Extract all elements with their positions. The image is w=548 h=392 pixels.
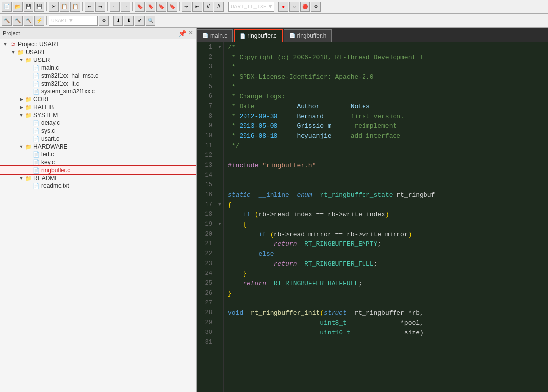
expander-core[interactable]: ▶ (18, 96, 25, 103)
expander-usart[interactable]: ▼ (10, 49, 17, 56)
tree-item-delay-c[interactable]: 📄 delay.c (0, 119, 196, 127)
tree-item-system-c[interactable]: 📄 system_stm32f1xx.c (0, 88, 196, 95)
uncomment-btn[interactable]: // (214, 2, 224, 12)
settings-btn[interactable]: ⚙ (311, 2, 321, 12)
line-num-22: 22 (201, 249, 212, 259)
collapse-30 (216, 328, 223, 337)
tree-label: README (33, 175, 59, 181)
tree-label: sys.c (41, 127, 55, 134)
line-num-18: 18 (201, 210, 212, 219)
target-config-btn[interactable]: ⚙ (99, 16, 109, 26)
pin-icon[interactable]: 📌 (178, 30, 186, 37)
tree-item-key-c[interactable]: 📄 key.c (0, 158, 196, 166)
bookmark4-btn[interactable]: 🔖 (167, 2, 177, 12)
copy-btn[interactable]: 📋 (60, 2, 69, 12)
code-content[interactable]: /* * Copyright (c) 2006-2018, RT-Thread … (224, 42, 548, 392)
code-token (228, 241, 274, 248)
flash-btn[interactable]: ⬇ (113, 16, 123, 26)
line-num-4: 4 (201, 72, 212, 82)
code-line-8: * 2012-09-30 Bernard first version. (228, 111, 544, 121)
tree-item-readme[interactable]: ▼ 📁 README (0, 174, 196, 182)
tree-item-hal-msp[interactable]: 📄 stm32f1xx_hal_msp.c (0, 72, 196, 80)
build2-btn[interactable]: 🔨 (13, 16, 23, 26)
run-btn[interactable]: ● (278, 2, 288, 12)
code-line-29: uint8_t *pool, (228, 318, 544, 328)
tab-ringbuffer-h[interactable]: 📄 ringbuffer.h (284, 29, 332, 42)
new-btn[interactable]: 📄 (2, 2, 12, 12)
redo-btn[interactable]: ↪ (95, 2, 105, 12)
expander-hardware[interactable]: ▼ (18, 143, 25, 150)
code-token: * (228, 113, 239, 120)
flash4-btn[interactable]: 🔍 (146, 16, 155, 26)
file-icon: 📄 (32, 120, 40, 126)
flash2-btn[interactable]: ⬇ (124, 16, 134, 26)
debug-btn[interactable]: 🔴 (300, 2, 310, 12)
project-panel-header: Project 📌 ✕ (0, 28, 196, 39)
line-num-29: 29 (201, 318, 212, 328)
unindent-btn[interactable]: ⇤ (192, 2, 202, 12)
project-name: UART_IT_TXE (231, 4, 267, 10)
save-all-btn[interactable]: 💾 (34, 2, 44, 12)
tree-item-usart[interactable]: ▼ 📁 USART (0, 48, 196, 56)
collapse-19[interactable]: ▼ (216, 219, 223, 229)
bookmark-btn[interactable]: 🔖 (135, 2, 145, 12)
save-btn[interactable]: 💾 (24, 2, 33, 12)
code-token: uint16_t (320, 329, 350, 336)
code-token: ; (373, 260, 377, 268)
build4-btn[interactable]: ⚡ (34, 16, 44, 26)
tab-bar: 📄 main.c 📄 ringbuffer.c 📄 ringbuffer.h (197, 28, 548, 42)
target-dropdown[interactable]: USART ▼ (49, 16, 98, 26)
comment-btn[interactable]: // (203, 2, 213, 12)
tree-item-main-c[interactable]: 📄 main.c (0, 64, 196, 72)
tree-item-it-c[interactable]: 📄 stm32f1xx_it.c (0, 80, 196, 88)
flash3-btn[interactable]: ✔ (135, 16, 145, 26)
line-num-5: 5 (201, 82, 212, 91)
collapse-1[interactable]: ▼ (216, 42, 223, 52)
code-line-9: * 2013-05-08 Grissio m reimplement (228, 121, 544, 131)
tree-item-led-c[interactable]: 📄 led.c (0, 151, 196, 158)
project-dropdown[interactable]: UART_IT_TXE ▼ (228, 2, 274, 12)
tree-label: Project: USART (18, 41, 59, 48)
open-btn[interactable]: 📂 (13, 2, 23, 12)
tree-item-hardware[interactable]: ▼ 📁 HARDWARE (0, 143, 196, 151)
tree-item-usart-c[interactable]: 📄 usart.c (0, 135, 196, 143)
expander-root[interactable]: ▼ (2, 41, 9, 48)
code-token: enum (297, 191, 312, 199)
tree-item-ringbuffer-c[interactable]: 📄 ringbuffer.c (0, 166, 196, 174)
expander-system[interactable]: ▼ (18, 112, 25, 119)
panel-close-icon[interactable]: ✕ (188, 30, 193, 37)
tab-main-c[interactable]: 📄 main.c (197, 29, 233, 42)
build3-btn[interactable]: 🔨 (24, 16, 33, 26)
tree-item-readme-txt[interactable]: 📄 readme.txt (0, 182, 196, 190)
bookmark3-btn[interactable]: 🔖 (156, 2, 166, 12)
code-line-20: if (rb->read_mirror == rb->write_mirror) (228, 229, 544, 239)
tree-item-core[interactable]: ▶ 📁 CORE (0, 95, 196, 103)
code-token (228, 221, 243, 228)
expander-readme[interactable]: ▼ (18, 175, 25, 181)
cut-btn[interactable]: ✂ (49, 2, 59, 12)
bookmark2-btn[interactable]: 🔖 (146, 2, 155, 12)
code-token: ( (320, 309, 324, 317)
tree-label: CORE (33, 96, 51, 103)
collapse-20 (216, 229, 223, 239)
build-btn[interactable]: 🔨 (2, 16, 12, 26)
code-editor[interactable]: 1 2 3 4 5 6 7 8 9 10 11 12 13 14 15 16 1… (197, 42, 548, 392)
code-line-14 (228, 170, 544, 180)
paste-btn[interactable]: 📋 (70, 2, 80, 12)
back-btn[interactable]: ← (110, 2, 120, 12)
tree-item-sys-c[interactable]: 📄 sys.c (0, 127, 196, 135)
tree-item-project-root[interactable]: ▼ 🗂 Project: USART (0, 40, 196, 48)
folder-icon: 📁 (25, 104, 32, 111)
tree-item-hallib[interactable]: ▶ 📁 HALLIB (0, 103, 196, 111)
forward-btn[interactable]: → (121, 2, 130, 12)
tree-item-system[interactable]: ▼ 📁 SYSTEM (0, 111, 196, 119)
indent-btn[interactable]: ⇥ (182, 2, 191, 12)
collapse-7 (216, 101, 223, 111)
collapse-17[interactable]: ▼ (216, 200, 223, 210)
tab-ringbuffer-c[interactable]: 📄 ringbuffer.c (234, 29, 282, 42)
expander-user[interactable]: ▼ (18, 57, 25, 63)
tree-item-user[interactable]: ▼ 📁 USER (0, 56, 196, 64)
expander-hallib[interactable]: ▶ (18, 104, 25, 111)
stop-btn[interactable]: ○ (289, 2, 299, 12)
undo-btn[interactable]: ↩ (85, 2, 94, 12)
